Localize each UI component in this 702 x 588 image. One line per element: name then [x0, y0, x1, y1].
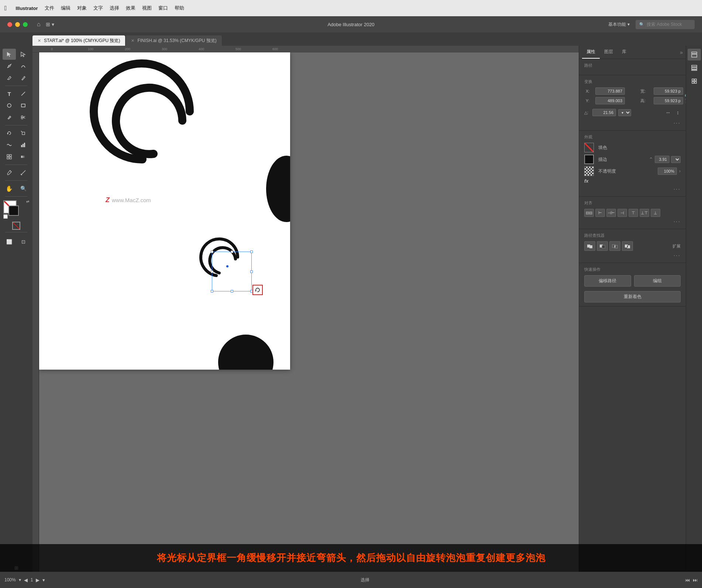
flip-vertical-icon[interactable]: ↕ — [675, 109, 681, 116]
menu-illustrator[interactable]: Illustrator — [16, 6, 38, 11]
paintbrush-tool[interactable] — [3, 72, 16, 83]
svg-rect-55 — [695, 79, 696, 81]
menu-object[interactable]: 对象 — [77, 5, 87, 11]
menu-edit[interactable]: 编辑 — [61, 5, 70, 11]
menu-view[interactable]: 视图 — [142, 5, 152, 11]
align-left-btn[interactable]: ⊢ — [595, 209, 605, 217]
unite-btn[interactable] — [584, 241, 595, 251]
nav-end-icon[interactable]: ⏭ — [693, 577, 698, 583]
panel-expand-icon[interactable]: » — [680, 49, 683, 55]
eraser-tool[interactable] — [3, 112, 16, 123]
zoom-tool[interactable]: 🔍 — [17, 183, 30, 194]
group-btn[interactable]: 编组 — [634, 275, 681, 287]
fill-swatch[interactable] — [584, 143, 594, 152]
maximize-button[interactable] — [23, 22, 28, 27]
no-color-box[interactable] — [12, 222, 20, 230]
width-input[interactable] — [654, 87, 683, 95]
draw-normal-icon[interactable]: ⬜ — [3, 236, 16, 247]
stock-search-box[interactable]: 🔍 搜索 Adobe Stock — [636, 20, 695, 29]
align-bottom-btn[interactable]: ⊥ — [651, 209, 660, 217]
tab-properties[interactable]: 属性 — [582, 46, 600, 59]
direct-select-tool[interactable] — [17, 49, 30, 60]
y-input[interactable] — [595, 97, 625, 104]
svg-line-1 — [21, 92, 25, 96]
menu-text[interactable]: 文字 — [93, 5, 103, 11]
angle-dropdown[interactable]: ▾ — [618, 109, 631, 116]
measure-tool[interactable] — [17, 167, 30, 178]
default-colors-icon[interactable] — [3, 214, 8, 219]
stroke-width-input[interactable] — [655, 156, 670, 163]
opacity-input[interactable] — [658, 167, 677, 175]
x-input[interactable] — [595, 87, 625, 95]
align-top-btn[interactable]: ⊤ — [629, 209, 638, 217]
opacity-swatch[interactable] — [584, 166, 594, 176]
chart-tool[interactable] — [17, 139, 30, 151]
scissors-tool[interactable] — [17, 112, 30, 123]
intersect-btn[interactable] — [609, 241, 620, 251]
curvature-tool[interactable] — [17, 60, 30, 72]
align-label: 对齐 — [584, 200, 681, 206]
minus-front-btn[interactable] — [597, 241, 608, 251]
draw-back-icon[interactable]: ⊡ — [17, 236, 30, 247]
opacity-expand-icon[interactable]: › — [679, 169, 681, 174]
close-button[interactable] — [7, 22, 12, 27]
stroke-unit-dropdown[interactable]: ▾ — [671, 156, 681, 163]
page-more-icon[interactable]: ▾ — [42, 577, 45, 583]
home-icon[interactable]: ⌂ — [37, 21, 41, 28]
ellipse-tool[interactable] — [3, 100, 16, 111]
pen-tool[interactable] — [3, 60, 16, 72]
canvas-area[interactable]: 0 100 200 300 400 500 600 — [32, 46, 579, 588]
menu-effects[interactable]: 效果 — [126, 5, 135, 11]
pathfinder-more-icon[interactable]: ··· — [674, 252, 681, 259]
tab-close-icon[interactable]: ✕ — [38, 38, 41, 43]
hand-tool[interactable]: ✋ — [3, 183, 16, 194]
tab-start[interactable]: ✕ START.ai* @ 100% (CMYK/GPU 预览) — [32, 35, 125, 46]
align-right-btn[interactable]: ⊣ — [617, 209, 627, 217]
workspace-button[interactable]: 基本功能 ▾ — [608, 21, 630, 28]
stroke-up-icon[interactable]: ⌃ — [649, 156, 653, 162]
recolor-btn[interactable]: 重新着色 — [584, 291, 681, 302]
pathfinder-expand-btn[interactable]: 扩展 — [672, 243, 681, 249]
view-toggle-icon[interactable]: ⊞ ▾ — [46, 21, 54, 27]
scale-tool[interactable] — [17, 128, 30, 139]
tab-libraries[interactable]: 库 — [617, 46, 631, 59]
align-center-v-btn[interactable]: ⊥⊤ — [640, 209, 649, 217]
gradient-tool[interactable] — [17, 151, 30, 162]
height-input[interactable] — [654, 97, 683, 104]
eyedropper-tool[interactable] — [3, 167, 16, 178]
tab-layers[interactable]: 图层 — [600, 46, 617, 59]
nav-prev-icon[interactable]: ◀ — [24, 577, 28, 583]
flip-horizontal-icon[interactable]: ↔ — [664, 109, 672, 116]
rectangle-tool[interactable] — [17, 100, 30, 111]
stroke-swatch[interactable] — [584, 155, 594, 164]
line-tool[interactable] — [17, 88, 30, 99]
menu-window[interactable]: 窗口 — [158, 5, 168, 11]
type-tool[interactable]: T — [3, 88, 16, 99]
transform-more-icon[interactable]: ··· — [674, 120, 681, 126]
stroke-color-box[interactable] — [8, 205, 19, 216]
nav-start-icon[interactable]: ⏮ — [685, 577, 690, 583]
swap-colors-icon[interactable]: ⇄ — [26, 200, 29, 204]
layers-panel-icon[interactable] — [688, 62, 701, 74]
minimize-button[interactable] — [15, 22, 20, 27]
rotate-tool[interactable] — [3, 128, 16, 139]
warp-tool[interactable] — [3, 139, 16, 151]
menu-help[interactable]: 帮助 — [175, 5, 184, 11]
angle-input[interactable] — [592, 109, 616, 116]
tab-finish[interactable]: ✕ FINISH.ai @ 31.53% (CMYK/GPU 预览) — [126, 35, 221, 46]
properties-panel-icon[interactable] — [688, 49, 701, 60]
menu-select[interactable]: 选择 — [110, 5, 119, 11]
align-center-h-btn[interactable]: ⊣⊢ — [606, 209, 616, 217]
transform-grid-tool[interactable] — [3, 151, 16, 162]
offset-path-btn[interactable]: 偏移路径 — [584, 275, 631, 287]
nav-next-icon[interactable]: ▶ — [36, 577, 39, 583]
select-tool[interactable] — [3, 49, 16, 60]
appearance-more-icon[interactable]: ··· — [674, 186, 681, 192]
pencil-tool[interactable] — [17, 72, 30, 83]
libraries-panel-icon[interactable] — [688, 75, 701, 87]
tab-finish-close-icon[interactable]: ✕ — [131, 38, 134, 43]
menu-file[interactable]: 文件 — [45, 5, 54, 11]
align-distribute-btn[interactable]: ⊟⊟ — [584, 209, 594, 217]
exclude-btn[interactable] — [622, 241, 633, 251]
align-more-icon[interactable]: ··· — [674, 218, 681, 225]
